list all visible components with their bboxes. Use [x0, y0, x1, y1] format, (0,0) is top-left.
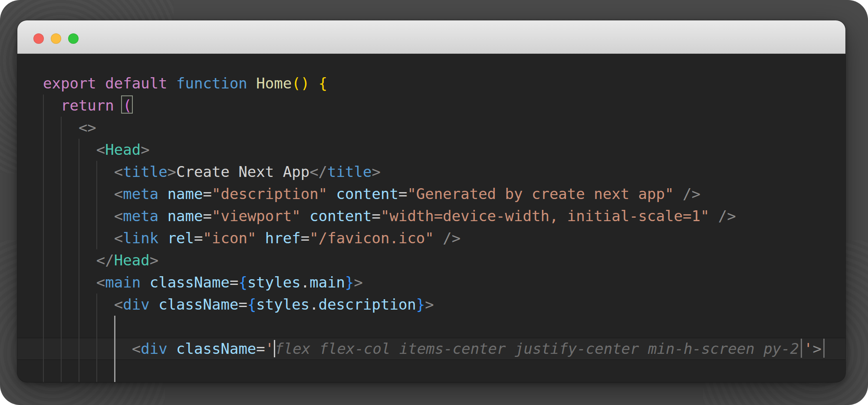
code-token: main — [309, 274, 345, 291]
minimize-button[interactable] — [51, 33, 61, 44]
desktop-backdrop: export default function Home() { return … — [0, 0, 868, 405]
code-token: = — [398, 185, 407, 202]
code-token: Head — [114, 251, 150, 269]
code-token: flex flex-col items-center justify-cente… — [275, 340, 799, 357]
indent-spaces — [43, 274, 96, 291]
code-token: { — [319, 75, 327, 92]
code-line-current[interactable]: <div className='flex flex-col items-cent… — [17, 338, 845, 360]
code-token: < — [132, 340, 141, 357]
indent-guide — [79, 139, 79, 382]
code-token — [709, 207, 718, 225]
code-token: className — [176, 340, 256, 357]
code-token: main — [105, 274, 141, 291]
indent-guide — [96, 294, 97, 382]
code-token: meta — [123, 185, 158, 202]
indent-spaces — [43, 97, 61, 114]
window-title-bar[interactable] — [17, 20, 845, 54]
code-token: title — [327, 163, 372, 180]
code-token: "icon" — [203, 229, 256, 247]
code-area[interactable]: export default function Home() { return … — [17, 54, 845, 382]
code-line[interactable]: export default function Home() { — [17, 72, 845, 95]
code-token: ( — [123, 97, 132, 114]
code-token: </ — [96, 251, 114, 269]
code-token: div — [141, 340, 167, 357]
code-token: </ — [309, 163, 327, 180]
code-token — [158, 207, 167, 225]
code-token: } — [345, 274, 354, 291]
code-line[interactable] — [17, 316, 845, 338]
code-token: "viewport" — [212, 207, 301, 225]
code-token: > — [354, 274, 363, 291]
code-token: = — [238, 296, 247, 313]
code-token — [674, 185, 682, 202]
code-token — [168, 75, 176, 92]
code-line[interactable]: </Head> — [17, 249, 845, 271]
code-line[interactable]: <div className={styles.description}> — [17, 294, 845, 316]
code-token: < — [114, 163, 123, 180]
code-token: name — [168, 207, 203, 225]
code-token: name — [168, 185, 203, 202]
code-token: export default — [43, 75, 168, 92]
code-token: . — [309, 296, 318, 313]
indent-spaces — [43, 340, 132, 357]
code-token: className — [158, 296, 238, 313]
code-token: < — [96, 141, 105, 158]
code-line[interactable] — [17, 360, 845, 382]
code-token: content — [336, 185, 398, 202]
code-token: = — [203, 185, 212, 202]
code-line[interactable]: <meta name="viewport" content="width=dev… — [17, 205, 845, 227]
code-token: = — [203, 207, 212, 225]
code-line[interactable]: <> — [17, 117, 845, 139]
code-token: > — [372, 163, 380, 180]
code-token — [301, 207, 309, 225]
code-token: { — [238, 274, 247, 291]
code-token: > — [813, 340, 822, 357]
code-line[interactable]: <main className={styles.main}> — [17, 271, 845, 294]
code-token: . — [301, 274, 309, 291]
code-token: description — [319, 296, 416, 313]
indent-guide-active — [114, 316, 115, 382]
code-token — [327, 185, 336, 202]
code-token: /> — [443, 229, 460, 247]
code-line[interactable]: <title>Create Next App</title> — [17, 161, 845, 183]
code-token: < — [114, 207, 123, 225]
code-token: Head — [105, 141, 141, 158]
code-token — [247, 75, 256, 92]
editor-window: export default function Home() { return … — [17, 20, 845, 382]
code-token: "/favicon.ico" — [309, 229, 434, 247]
code-token: = — [301, 229, 309, 247]
zoom-button[interactable] — [68, 33, 79, 44]
close-button[interactable] — [33, 33, 44, 44]
code-token — [141, 274, 149, 291]
suggestion-boundary-bar — [801, 339, 802, 358]
code-token: className — [150, 274, 230, 291]
code-token: < — [114, 296, 123, 313]
code-token: = — [230, 274, 238, 291]
code-token: < — [96, 274, 105, 291]
code-token — [168, 340, 176, 357]
code-token: () — [292, 75, 309, 92]
code-token: link — [123, 229, 158, 247]
code-token: } — [416, 296, 425, 313]
code-token: title — [123, 163, 167, 180]
code-token: "description" — [212, 185, 327, 202]
suggestion-boundary-bar — [823, 339, 825, 358]
indent-guide — [61, 117, 62, 382]
code-token: > — [168, 163, 176, 180]
code-token: "width=device-width, initial-scale=1" — [381, 207, 709, 225]
code-token: /> — [683, 185, 700, 202]
code-token: <> — [79, 119, 96, 136]
code-token — [309, 75, 318, 92]
code-token: = — [372, 207, 380, 225]
code-token — [158, 185, 167, 202]
code-token: = — [256, 340, 265, 357]
code-line[interactable]: return ( — [17, 95, 845, 117]
code-line[interactable]: <Head> — [17, 139, 845, 161]
code-token: = — [194, 229, 203, 247]
code-token: meta — [123, 207, 158, 225]
code-line[interactable]: <meta name="description" content="Genera… — [17, 183, 845, 205]
code-line[interactable]: <link rel="icon" href="/favicon.ico" /> — [17, 227, 845, 249]
code-token: ' — [804, 340, 812, 357]
code-token: > — [141, 141, 149, 158]
code-token: Home — [256, 75, 292, 92]
